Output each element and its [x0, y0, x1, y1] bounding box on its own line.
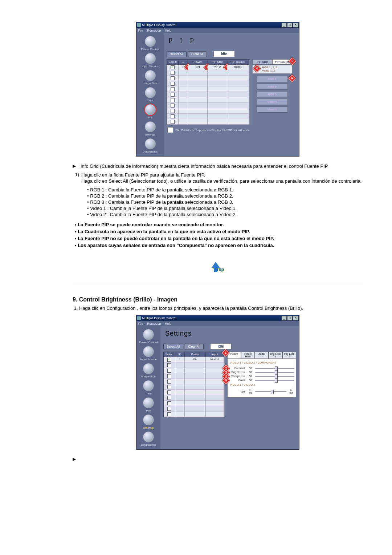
sidebar-item-time[interactable]: Time [136, 380, 160, 396]
col-id: ID [175, 352, 185, 357]
list-item: • La Fuente PIP no se puede controlar en… [75, 235, 363, 242]
source-video2-button[interactable]: Video 2 [257, 106, 288, 113]
table-row[interactable] [164, 395, 225, 401]
col-select: Select [167, 60, 179, 65]
row-checkbox[interactable] [171, 65, 175, 69]
sidebar-item-diagnostics[interactable]: Diagnostics [136, 431, 160, 447]
app-icon [137, 316, 141, 320]
table-row[interactable] [164, 412, 225, 417]
maximize-button[interactable]: □ [287, 23, 293, 28]
table-row[interactable] [167, 86, 250, 92]
pip-grid: Select ID Power PIP Size PIP Source 1 1 [167, 59, 250, 125]
sidebar-item-power[interactable]: Power Control [136, 35, 164, 52]
close-button[interactable]: ✕ [293, 316, 298, 321]
col-pipsource: PIP Source [227, 60, 249, 65]
doc-intro: ▶ Info Grid (Cuadrícula de información) … [73, 163, 363, 249]
table-row[interactable] [167, 114, 250, 119]
table-row[interactable] [167, 103, 250, 108]
table-row[interactable] [164, 406, 225, 412]
minimize-button[interactable]: _ [281, 316, 287, 321]
clear-all-button[interactable]: Clear All [188, 51, 207, 57]
input-icon [145, 53, 156, 64]
table-row[interactable] [164, 373, 225, 379]
sharpness-slider[interactable]: 4 Sharpness 50 [229, 374, 294, 378]
sidebar-item-diagnostics[interactable]: Diagnostics [136, 138, 164, 154]
row-checkbox[interactable] [167, 358, 171, 362]
source-rgb1-button[interactable]: RGB 1 6 [257, 76, 288, 82]
list-item: • RGB 1 : Cambia la Fuente PIP de la pan… [87, 187, 363, 193]
tint-slider[interactable]: Tint R 50 G 50 [229, 389, 294, 394]
sidebar-item-time[interactable]: Time [136, 86, 164, 103]
list-item: • Video 2 : Cambia la Fuente PIP de la p… [87, 211, 363, 218]
brightness-slider[interactable]: 3 Brightness 50 [229, 370, 294, 374]
clear-all-button[interactable]: Clear All [185, 344, 204, 349]
sidebar-item-imagesize[interactable]: Image Size [136, 362, 160, 379]
menu-file[interactable]: File [138, 322, 143, 325]
table-row[interactable] [164, 384, 225, 390]
table-row[interactable]: 1 1 ON 2 PIP 2 3 RGB1 [167, 65, 250, 70]
dot-list: • RGB 1 : Cambia la Fuente PIP de la pan… [87, 187, 363, 218]
back-to-top-icon[interactable]: Top [211, 262, 225, 276]
source-hint: 4 RGB 1, 2, 3 Video 1, 2 [252, 65, 292, 74]
sidebar-item-imagesize[interactable]: Image Size [136, 69, 164, 86]
tab-imglock2[interactable]: Img Lock 2 [282, 352, 296, 358]
table-row[interactable] [167, 119, 250, 125]
settings-grid: Select ID Power Input 1 ON Video1 [163, 352, 225, 417]
settings-icon [143, 414, 154, 425]
menu-remocon[interactable]: Remocon [147, 322, 161, 325]
sidebar-item-settings[interactable]: Settings [136, 414, 160, 430]
select-all-button[interactable]: Select All [167, 51, 187, 57]
tab-imglock1[interactable]: Img Lock 1 [269, 352, 282, 358]
color-slider[interactable]: 5 Color 50 [229, 378, 294, 382]
menu-remocon[interactable]: Remocon [147, 29, 161, 32]
table-row[interactable] [164, 390, 225, 395]
sidebar-item-settings[interactable]: Settings [136, 121, 164, 137]
source-rgb2-button[interactable]: RGB 2 [257, 84, 288, 90]
tab-picture-rgb[interactable]: Picture RGB [241, 352, 255, 358]
table-row[interactable] [167, 92, 250, 97]
contrast-slider[interactable]: 2 Contrast 50 [229, 366, 294, 370]
table-row[interactable] [164, 362, 225, 368]
list-item: • RGB 2 : Cambia la Fuente PIP de la pan… [87, 193, 363, 199]
menu-file[interactable]: File [138, 29, 143, 32]
imagesize-icon [145, 70, 156, 81]
imagesize-icon [143, 363, 154, 374]
sidebar-item-power[interactable]: Power Control [136, 328, 160, 345]
table-row[interactable]: 1 ON Video1 [164, 357, 225, 362]
window-title: Multiple Display Control [142, 23, 281, 27]
source-rgb3-button[interactable]: RGB 3 [257, 91, 288, 97]
table-row[interactable] [167, 108, 250, 114]
table-row[interactable] [164, 401, 225, 406]
col-id: ID [179, 60, 188, 65]
close-button[interactable]: ✕ [293, 23, 298, 28]
sidebar-item-pip[interactable]: PIP [136, 397, 160, 413]
section-steps: Haga clic en Configuración , entre los i… [73, 305, 363, 312]
menu-help[interactable]: Help [165, 322, 172, 325]
minimize-button[interactable]: _ [281, 23, 287, 28]
select-all-button[interactable]: Select All [163, 344, 183, 349]
arrow-bullet-icon: ▶ [73, 163, 78, 170]
power-icon [143, 329, 154, 340]
menu-help[interactable]: Help [165, 29, 172, 32]
sidebar-item-input[interactable]: Input Source [136, 345, 160, 362]
table-row[interactable] [167, 70, 250, 76]
group-label: VIDEO 1 / VIDEO 2 / COMPONENT [229, 360, 294, 366]
tab-audio[interactable]: Audio [255, 352, 269, 358]
table-row[interactable] [167, 81, 250, 86]
app-icon [137, 23, 141, 27]
tab-pipsize[interactable]: PIP Size [252, 59, 272, 65]
table-row[interactable] [167, 97, 250, 103]
maximize-button[interactable]: □ [287, 316, 293, 321]
list-item: • La Fuente PIP se puede controlar cuand… [75, 221, 363, 228]
source-video1-button[interactable]: Video 1 [257, 99, 288, 105]
table-row[interactable] [164, 379, 225, 384]
sidebar-item-pip[interactable]: PIP [136, 104, 164, 120]
callout-6: 6 [288, 74, 296, 82]
pip-icon [143, 397, 154, 408]
sidebar-item-input[interactable]: Input Source [136, 52, 164, 69]
list-item: • RGB 3 : Cambia la Fuente PIP de la pan… [87, 199, 363, 205]
input-icon [143, 346, 154, 357]
col-power: Power [185, 352, 206, 357]
table-row[interactable] [167, 76, 250, 81]
table-row[interactable] [164, 368, 225, 373]
